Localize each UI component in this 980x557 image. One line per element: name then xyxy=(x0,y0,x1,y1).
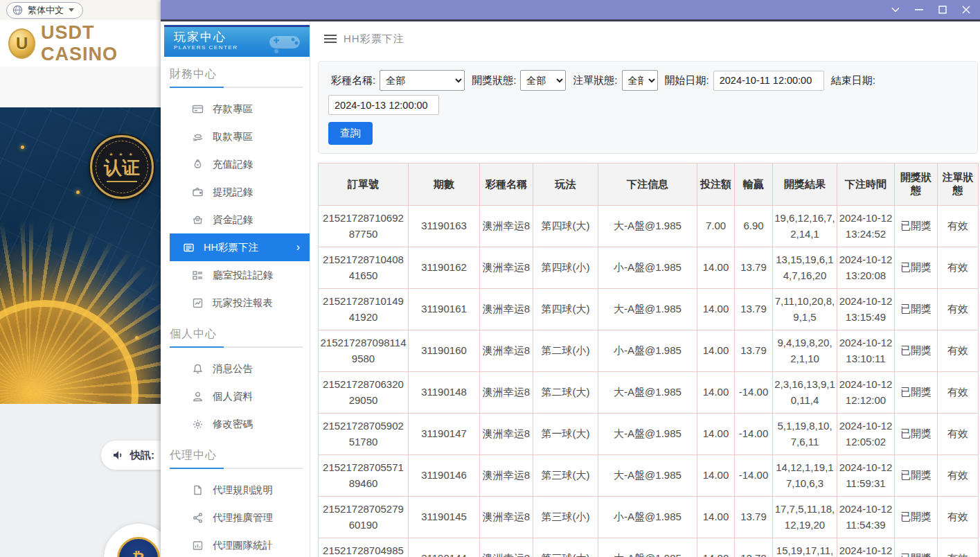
sidebar-item-lottery-ticket[interactable]: HH彩票下注› xyxy=(170,233,310,261)
bitcoin-hero-image: ★ ★ ★ 认证 xyxy=(0,107,161,404)
sidebar-item-person[interactable]: 個人資料 xyxy=(170,382,310,410)
hamburger-menu-icon[interactable] xyxy=(324,35,337,43)
sidebar-item-money-bag[interactable]: 充值記錄 xyxy=(170,150,310,178)
table-cell: 澳洲幸运8 xyxy=(480,330,533,372)
sidebar-item-bet-report[interactable]: 玩家投注報表 xyxy=(170,289,310,317)
table-cell: 已開獎 xyxy=(895,414,938,455)
window-maximize-button[interactable] xyxy=(934,3,951,17)
table-cell: 已開獎 xyxy=(895,497,938,538)
table-cell: 15,19,17,11,2,13,16,6 xyxy=(773,538,837,557)
table-cell: 第三球(大) xyxy=(533,538,598,557)
language-selector[interactable]: 繁体中文 xyxy=(6,2,83,19)
table-cell: 31190144 xyxy=(409,538,480,557)
section-divider xyxy=(170,468,303,469)
coin-logo-icon: U xyxy=(8,28,35,59)
globe-icon xyxy=(12,5,23,15)
draw-status-filter-label: 開獎狀態: xyxy=(472,74,516,87)
sidebar-item-share[interactable]: 代理推廣管理 xyxy=(170,504,310,531)
share-icon xyxy=(192,512,204,524)
table-cell: 大-A盤@1.985 xyxy=(598,455,697,497)
sidebar-item-label: 取款專區 xyxy=(213,130,253,143)
network-dot xyxy=(76,191,80,194)
table-cell: 澳洲幸运8 xyxy=(480,497,533,538)
table-cell: 大-A盤@1.985 xyxy=(598,206,697,247)
column-header: 玩法 xyxy=(533,163,598,206)
start-date-input[interactable] xyxy=(713,71,824,91)
main-header: HH彩票下注 xyxy=(310,21,980,56)
table-cell: 第二球(大) xyxy=(533,372,598,414)
sidebar-item-label: 修改密碼 xyxy=(213,418,253,431)
table-cell: 14.00 xyxy=(697,538,735,557)
table-cell: 2152172870590251780 xyxy=(319,414,409,455)
table-cell: 14.00 xyxy=(697,289,735,330)
order-status-select[interactable]: 全部 xyxy=(622,70,658,91)
end-date-input[interactable] xyxy=(328,95,439,115)
table-cell: 小-A盤@1.985 xyxy=(598,330,697,372)
table-row: 215217287049851326031190144澳洲幸运8第三球(大)大-… xyxy=(319,538,979,557)
column-header: 訂單號 xyxy=(319,163,409,206)
table-cell: 6.90 xyxy=(735,206,773,247)
certification-badge: ★ ★ ★ 认证 xyxy=(90,135,154,199)
bell-icon xyxy=(192,363,204,375)
table-cell: 2024-10-12 13:10:11 xyxy=(837,330,895,372)
window-close-button[interactable] xyxy=(958,3,974,17)
table-cell: 31190148 xyxy=(409,372,480,414)
table-cell: 13.79 xyxy=(735,330,773,372)
room-records-icon xyxy=(192,269,204,281)
table-cell: 13.79 xyxy=(735,247,773,289)
column-header: 下注信息 xyxy=(598,163,697,206)
table-cell: 澳洲幸运8 xyxy=(480,289,533,330)
table-cell: 已開獎 xyxy=(895,289,938,330)
table-cell: 2152172871040841650 xyxy=(319,247,409,289)
sidebar-item-gear[interactable]: 修改密碼 xyxy=(170,410,310,438)
table-cell: 大-A盤@1.985 xyxy=(598,289,697,330)
sidebar-item-wallet[interactable]: 提現記錄 xyxy=(170,178,310,206)
sidebar-item-purse[interactable]: 資金記錄 xyxy=(170,206,310,233)
table-cell: 2024-10-12 12:12:00 xyxy=(837,372,895,414)
table-cell: 5,1,19,8,10,7,6,11 xyxy=(773,414,837,455)
table-cell: 澳洲幸运8 xyxy=(480,414,533,455)
sidebar-item-room-records[interactable]: 廳室投註記錄 xyxy=(170,261,310,289)
table-cell: 31190162 xyxy=(409,247,480,289)
sidebar-item-bell[interactable]: 消息公告 xyxy=(170,355,310,382)
table-cell: 31190161 xyxy=(409,289,480,330)
sidebar-header: 玩家中心 PLAYERS CENTER xyxy=(164,25,310,57)
table-row: 215217287098114958031190160澳洲幸运8第二球(小)小-… xyxy=(319,330,979,372)
money-bag-icon xyxy=(192,159,204,170)
language-label: 繁体中文 xyxy=(28,4,64,17)
main-content: HH彩票下注 彩種名稱: 全部 開獎狀態: 全部 注單狀態: 全部 開 xyxy=(310,21,980,557)
logo-text: USDT CASINO xyxy=(41,22,161,65)
table-cell: 13.79 xyxy=(735,289,773,330)
logo-gap xyxy=(0,67,161,107)
table-cell: 14.00 xyxy=(697,455,735,497)
table-cell: 有效 xyxy=(938,247,979,289)
table-cell: 13.79 xyxy=(735,497,773,538)
sidebar-item-withdraw-hand[interactable]: 取款專區 xyxy=(170,123,310,150)
sidebar-item-label: 資金記錄 xyxy=(213,213,253,227)
window-chevron-down-button[interactable] xyxy=(887,3,904,17)
section-divider xyxy=(170,87,303,88)
column-header: 開獎狀態 xyxy=(895,163,938,206)
table-cell: 第三球(大) xyxy=(533,455,598,497)
draw-status-select[interactable]: 全部 xyxy=(520,70,566,91)
table-row: 215217287063202905031190148澳洲幸运8第二球(大)大-… xyxy=(319,372,979,414)
sidebar-item-document[interactable]: 代理規則說明 xyxy=(170,476,310,504)
window-minimize-button[interactable] xyxy=(911,3,927,17)
purse-icon xyxy=(192,214,204,226)
search-button[interactable]: 查詢 xyxy=(328,122,373,145)
table-cell: 澳洲幸运8 xyxy=(480,372,533,414)
table-cell: 有效 xyxy=(938,330,979,372)
lottery-select[interactable]: 全部 xyxy=(380,70,465,91)
sidebar-item-team-stats[interactable]: 代理團隊統計 xyxy=(170,531,310,557)
sidebar: 玩家中心 PLAYERS CENTER 財務中心存款專區取款專區充值記錄提現記錄… xyxy=(161,21,310,557)
table-cell: -14.00 xyxy=(735,372,773,414)
table-cell: 31190160 xyxy=(409,330,480,372)
column-header: 輸贏 xyxy=(735,163,773,206)
person-icon xyxy=(192,391,204,403)
section-divider xyxy=(170,346,303,348)
table-cell: 13,15,19,6,14,7,16,20 xyxy=(773,247,837,289)
document-icon xyxy=(192,484,204,496)
sidebar-item-deposit-card[interactable]: 存款專區 xyxy=(170,95,310,123)
lottery-filter-label: 彩種名稱: xyxy=(331,74,375,87)
sidebar-item-label: 代理規則說明 xyxy=(213,484,273,497)
